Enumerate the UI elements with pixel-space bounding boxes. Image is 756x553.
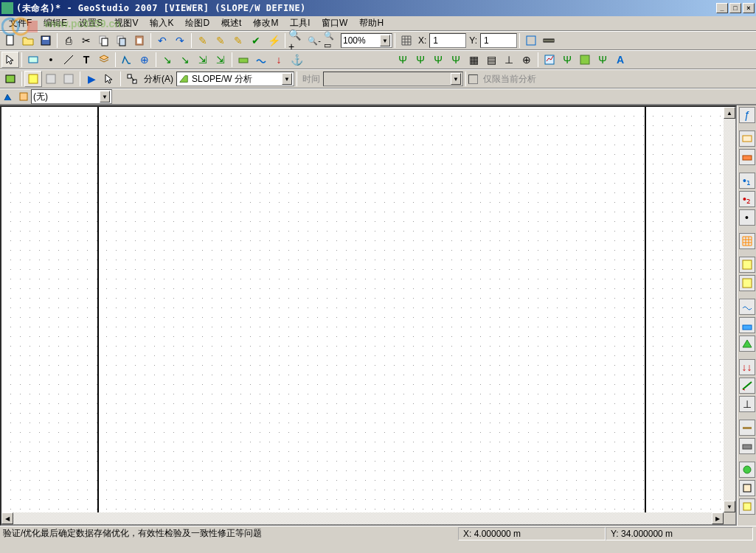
define-tool-3[interactable]: ✎ [229,32,247,49]
close-button[interactable]: × [743,3,755,13]
slip-2-tool[interactable]: ↘ [176,52,194,68]
rb-function-button[interactable]: ƒ [739,107,755,123]
anchor-tool[interactable]: ⚓ [288,52,305,68]
menu-desc[interactable]: 概述t [215,15,247,31]
menu-edit[interactable]: 编辑E [38,15,73,31]
rb-misc3-button[interactable] [739,498,755,515]
slip-3-tool[interactable]: ⇲ [194,52,212,68]
material-tool[interactable] [235,52,252,68]
rb-grid-button[interactable] [739,233,755,249]
y-input[interactable]: 1 [480,33,517,48]
cursor-pos-button[interactable] [100,71,118,87]
analysis-combo[interactable]: SLOPE/W 分析 ▼ [176,72,294,86]
rb-tension-button[interactable] [739,420,755,436]
layers-tool[interactable] [95,52,113,68]
rb-material-button[interactable] [739,149,755,165]
water-tool[interactable] [252,52,270,68]
rb-green-button[interactable] [739,335,755,352]
scroll-left-button[interactable]: ◀ [1,512,13,524]
contour-mode-button[interactable] [60,71,77,87]
scroll-track[interactable] [724,119,735,501]
text-tool[interactable]: T [77,52,95,68]
rb-point3-button[interactable]: • [739,209,755,226]
menu-draw[interactable]: 绘图D [179,15,215,31]
point-tool[interactable]: • [42,52,60,68]
rb-slip1-button[interactable] [739,257,755,273]
rb-load2-button[interactable] [739,378,755,394]
copy-button[interactable] [95,32,113,49]
slip-4-tool[interactable]: ⇲ [212,52,229,68]
rb-misc1-button[interactable] [739,462,755,478]
open-button[interactable] [19,32,37,49]
new-button[interactable] [1,32,19,49]
zoom-in-button[interactable]: 🔍+ [288,32,305,49]
slip-surface-tool[interactable]: Ψ [558,52,576,68]
rb-anchor-button[interactable]: ⊥ [739,396,755,412]
tree-1-tool[interactable]: Ψ [394,52,412,68]
tree-4-tool[interactable]: Ψ [447,52,465,68]
hatch-1-tool[interactable]: ▦ [465,52,482,68]
verify-button[interactable]: ✔ [247,32,265,49]
define-tool-1[interactable]: ✎ [194,32,212,49]
solve-button[interactable]: ⚡ [265,32,282,49]
run-button[interactable]: ▶ [83,71,100,87]
vertical-scrollbar[interactable]: ▲ ▼ [724,107,735,512]
menu-modify[interactable]: 修改M [247,15,284,31]
text-a-tool[interactable]: A [611,52,629,68]
scroll-down-button[interactable]: ▼ [724,501,735,512]
maximize-button[interactable]: □ [729,3,741,13]
hatch-2-tool[interactable]: ▤ [482,52,500,68]
center-tool[interactable]: ⊕ [518,52,535,68]
x-input[interactable]: 1 [429,33,466,48]
load-tool[interactable]: ↓ [270,52,288,68]
rb-water1-button[interactable] [739,299,755,315]
copy-all-button[interactable] [113,32,131,49]
define-tool-2[interactable]: ✎ [212,32,229,49]
contour-tool[interactable] [576,52,594,68]
zoom-combo[interactable]: 100% ▼ [341,33,392,48]
scroll-track[interactable] [13,512,712,524]
rb-point2-button[interactable]: •₂ [739,191,755,207]
redo-button[interactable]: ↷ [171,32,189,49]
save-button[interactable] [37,32,55,49]
analysis-tree-button[interactable] [123,71,141,87]
paste-button[interactable] [131,32,148,49]
sketch-region-tool[interactable] [118,52,136,68]
menu-view[interactable]: 视图V [108,15,144,31]
menu-window[interactable]: 窗口W [316,15,353,31]
rb-misc2-button[interactable] [739,480,755,496]
layer-edit-button[interactable] [16,90,31,103]
minimize-button[interactable]: _ [716,3,728,13]
zoom-window-button[interactable]: 🔍▭ [323,32,341,49]
rb-point1-button[interactable]: •₁ [739,173,755,189]
zoom-out-button[interactable]: 🔍- [305,32,323,49]
line-tool[interactable] [60,52,77,68]
menu-setup[interactable]: 设置S [73,15,108,31]
rb-region-button[interactable] [739,131,755,147]
rb-water2-button[interactable] [739,317,755,333]
scale-button[interactable] [540,32,558,49]
pointer-tool[interactable] [1,52,19,68]
print-button[interactable]: ⎙ [60,32,77,49]
define-mode-button[interactable] [24,71,42,87]
drawing-canvas[interactable] [1,107,724,512]
chart-tool[interactable] [541,52,558,68]
menu-file[interactable]: 文件F [3,15,38,31]
grid-button[interactable] [398,32,415,49]
scroll-up-button[interactable]: ▲ [724,107,735,119]
analysis-nav-button[interactable] [1,71,19,87]
menu-help[interactable]: 帮助H [353,15,389,31]
layer-vis-button[interactable] [1,90,16,103]
slip-1-tool[interactable]: ↘ [159,52,176,68]
tree-2-tool[interactable]: Ψ [412,52,429,68]
region-tool[interactable] [24,52,42,68]
menu-input[interactable]: 输入K [144,15,179,31]
layer-combo[interactable]: (无) ▼ [31,89,112,104]
support-tool[interactable]: ⊥ [500,52,518,68]
label-tool[interactable]: Ψ [594,52,611,68]
tree-3-tool[interactable]: Ψ [429,52,447,68]
sketch-point-tool[interactable]: ⊕ [136,52,153,68]
rb-hatch-button[interactable] [739,438,755,454]
scroll-right-button[interactable]: ▶ [712,512,724,524]
rb-load1-button[interactable]: ↓↓ [739,359,755,375]
